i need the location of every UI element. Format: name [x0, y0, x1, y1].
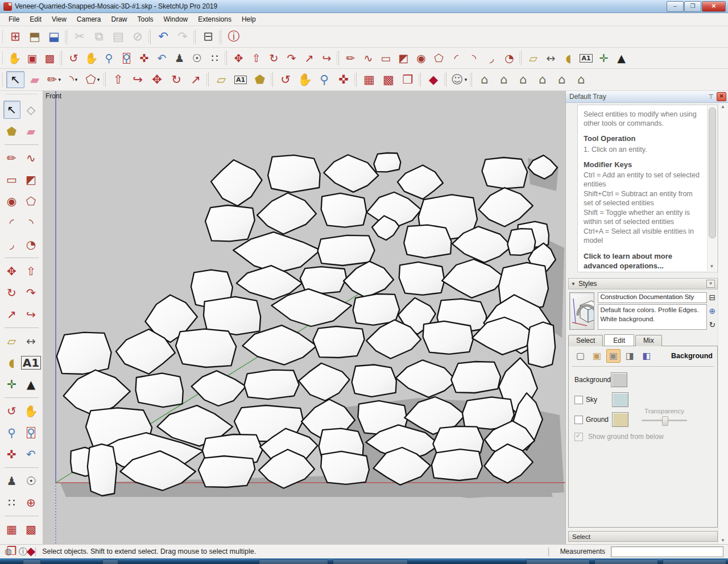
- stone[interactable]: [451, 362, 500, 393]
- rotate-icon[interactable]: ↻: [3, 284, 20, 302]
- offset-icon[interactable]: ↪: [129, 71, 147, 88]
- pie-icon[interactable]: ◔: [501, 50, 518, 66]
- stone[interactable]: [321, 451, 369, 484]
- view-top-icon[interactable]: ⌂: [495, 71, 513, 88]
- zoom-icon[interactable]: ⚲: [315, 71, 333, 88]
- view-right-icon[interactable]: ⌂: [533, 71, 552, 88]
- extension-manager-icon[interactable]: ◆: [424, 71, 442, 88]
- pan-icon[interactable]: ✋: [296, 71, 314, 88]
- look-around-icon[interactable]: ☉: [23, 472, 40, 490]
- rectangle-icon[interactable]: ▭: [3, 171, 20, 189]
- push-pull-icon[interactable]: ⇧: [248, 50, 264, 66]
- extension-warehouse-icon[interactable]: ▩: [23, 520, 40, 538]
- zoom-previous-icon[interactable]: ↶: [23, 445, 40, 463]
- menu-view[interactable]: View: [47, 14, 72, 24]
- instructor-scrollbar[interactable]: ▼: [707, 106, 717, 271]
- measurements-input[interactable]: [611, 546, 723, 557]
- circle-icon[interactable]: ◉: [3, 192, 20, 210]
- stone[interactable]: [396, 360, 457, 397]
- dropdown-arrow-icon[interactable]: ▾: [59, 77, 61, 82]
- save-icon[interactable]: ⬓: [45, 28, 63, 45]
- style-thumbnail[interactable]: [569, 292, 594, 330]
- styles-panel-header[interactable]: ▼ Styles ✕: [568, 278, 718, 289]
- scroll-down-icon[interactable]: ▼: [708, 263, 716, 271]
- zoom-icon[interactable]: ⚲: [101, 50, 117, 66]
- stone[interactable]: [313, 326, 365, 358]
- axes-icon[interactable]: ✛: [3, 375, 20, 393]
- protractor-icon[interactable]: ◖: [3, 354, 20, 372]
- pin-icon[interactable]: ⊤: [707, 93, 715, 101]
- stone[interactable]: [88, 444, 117, 496]
- line-icon[interactable]: ✏▾: [45, 71, 63, 88]
- taskbar-item[interactable]: [23, 559, 41, 564]
- ground-checkbox[interactable]: [574, 416, 583, 424]
- print-icon[interactable]: ⊟: [199, 28, 217, 45]
- stone[interactable]: [374, 153, 400, 172]
- edge-settings-icon[interactable]: ▢: [573, 349, 588, 363]
- dropdown-arrow-icon[interactable]: ▾: [75, 77, 78, 82]
- tray-scrollbar[interactable]: ▲ ▼: [718, 103, 728, 544]
- stone[interactable]: [299, 363, 350, 401]
- view-front-icon[interactable]: ⌂: [514, 71, 532, 88]
- push-pull-icon[interactable]: ⇧: [23, 262, 40, 280]
- view-back-icon[interactable]: ⌂: [553, 71, 571, 88]
- stone[interactable]: [482, 157, 528, 189]
- model-viewport[interactable]: Front: [43, 91, 565, 544]
- paint-bucket-icon[interactable]: ⬟: [251, 71, 269, 88]
- orbit-icon[interactable]: ↺: [65, 50, 82, 66]
- 3d-text-icon[interactable]: ▲: [23, 375, 40, 393]
- dimension-icon[interactable]: ↔: [543, 50, 559, 66]
- layout-icon[interactable]: ❒: [3, 542, 20, 560]
- tab-edit[interactable]: Edit: [604, 334, 634, 346]
- menu-file[interactable]: File: [3, 14, 24, 24]
- stone[interactable]: [398, 165, 443, 200]
- view-left-icon[interactable]: ⌂: [572, 71, 590, 88]
- polygon-icon[interactable]: ⬠: [23, 192, 40, 210]
- line-icon[interactable]: ✏: [3, 149, 20, 167]
- menu-window[interactable]: Window: [159, 14, 193, 24]
- position-camera-icon[interactable]: ♟: [3, 472, 20, 490]
- sign-in-icon[interactable]: ☺▾: [450, 71, 468, 88]
- follow-me-icon[interactable]: ↷: [283, 50, 300, 66]
- extension-warehouse-icon[interactable]: ▩: [379, 71, 398, 88]
- face-settings-icon[interactable]: ▣: [590, 349, 604, 363]
- stone[interactable]: [318, 235, 375, 266]
- stone[interactable]: [479, 188, 533, 226]
- menu-help[interactable]: Help: [237, 14, 261, 24]
- background-settings-icon[interactable]: ▣: [606, 349, 621, 363]
- scroll-down-icon[interactable]: ▼: [718, 538, 727, 543]
- select-icon[interactable]: ↖: [6, 71, 24, 88]
- collapse-arrow-icon[interactable]: ▼: [571, 281, 576, 287]
- taskbar-item[interactable]: [526, 559, 590, 564]
- dropdown-arrow-icon[interactable]: ▾: [97, 77, 100, 82]
- taskbar-item[interactable]: [259, 559, 328, 564]
- polygon-icon[interactable]: ⬠: [431, 50, 447, 66]
- stone[interactable]: [404, 225, 451, 258]
- dropdown-arrow-icon[interactable]: ▾: [465, 77, 468, 82]
- eraser-icon[interactable]: ▰: [23, 122, 40, 140]
- windows-taskbar[interactable]: [0, 558, 728, 564]
- tab-select[interactable]: Select: [568, 335, 603, 346]
- stone[interactable]: [57, 333, 111, 374]
- rectangle-icon[interactable]: ▭: [378, 50, 394, 66]
- scrollbar-thumb[interactable]: [709, 107, 716, 238]
- menu-tools[interactable]: Tools: [133, 14, 159, 24]
- arc-icon[interactable]: ◜: [3, 214, 20, 232]
- stone[interactable]: [324, 155, 378, 192]
- style-name-field[interactable]: Construction Documentation Sty: [598, 292, 707, 303]
- text-icon[interactable]: A1: [231, 71, 250, 88]
- stone[interactable]: [257, 193, 316, 234]
- close-button[interactable]: ✕: [702, 1, 726, 12]
- maximize-button[interactable]: ❐: [684, 1, 701, 12]
- scale-icon[interactable]: ↗: [187, 71, 205, 88]
- orbit-icon[interactable]: ↺: [276, 71, 295, 88]
- scale-icon[interactable]: ↗: [301, 50, 317, 66]
- protractor-icon[interactable]: ◖: [560, 50, 577, 66]
- zoom-window-icon[interactable]: ⚲: [23, 424, 40, 442]
- stone[interactable]: [136, 373, 183, 407]
- 3d-warehouse-icon[interactable]: ▦: [3, 520, 20, 538]
- 3d-text-icon[interactable]: ▲: [613, 50, 630, 66]
- open-icon[interactable]: ⬒: [26, 28, 44, 45]
- paint-bucket-icon[interactable]: ⬟: [3, 122, 20, 140]
- section-plane-icon[interactable]: ⊕: [23, 494, 40, 512]
